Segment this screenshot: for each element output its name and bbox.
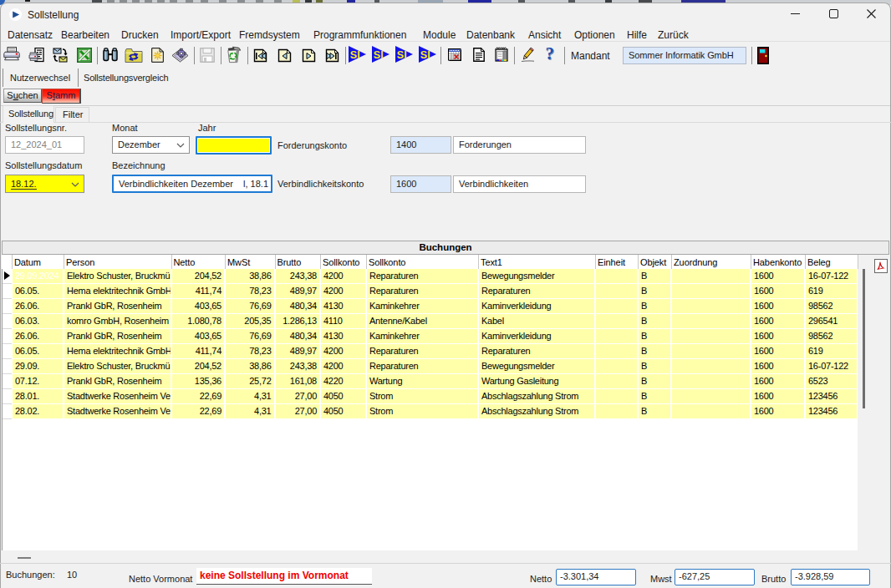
svg-text:?: ?	[546, 45, 555, 63]
svg-text:SI: SI	[350, 49, 360, 61]
svg-text:SI: SI	[420, 49, 430, 61]
svg-text:SI: SI	[374, 49, 384, 61]
svg-text:SI: SI	[397, 49, 407, 61]
